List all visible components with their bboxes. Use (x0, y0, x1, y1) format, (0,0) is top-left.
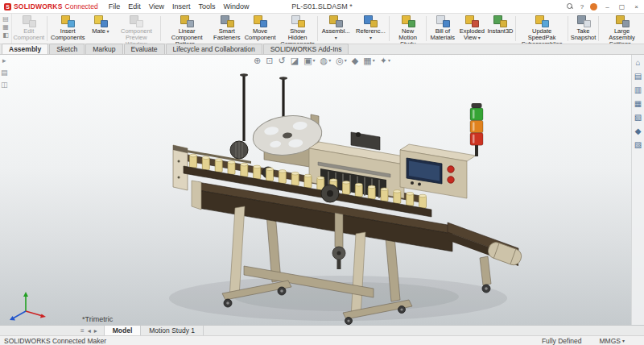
user-avatar[interactable] (590, 3, 597, 10)
menu-window[interactable]: Window (220, 2, 254, 10)
close-button[interactable]: × (633, 3, 640, 10)
bottle-puck (381, 189, 388, 202)
menu-insert[interactable]: Insert (168, 2, 195, 10)
icon-block (542, 20, 549, 27)
featuremanager-strip: ▸▤◫ (1, 56, 8, 89)
graphics-viewport[interactable]: ⊕⊡↺◪▣▾◍▾◎▾◆▦▾✦▾ ⌂▤▥▦▧◆▨ ▸▤◫ *Trimetric (0, 55, 644, 325)
menu-edit[interactable]: Edit (124, 2, 145, 10)
menu-tools[interactable]: Tools (195, 2, 220, 10)
status-definition-state: Fully Defined (542, 337, 582, 345)
ribbon-button-update-speedpak-subassemblies[interactable]: Update SpeedPak Subassemblies (517, 14, 567, 44)
ribbon-button-show-hidden-components[interactable]: Show Hidden Components (279, 14, 316, 44)
view-palette-icon[interactable]: ▧ (634, 113, 642, 122)
ribbon-button-take-snapshot[interactable]: Take Snapshot (569, 14, 597, 44)
display-style-icon[interactable]: ◍▾ (320, 56, 332, 66)
ribbon-side-icon-2[interactable]: ▦ (2, 23, 9, 31)
bottle-puck-top (343, 181, 350, 185)
model-tab-model[interactable]: Model (104, 326, 142, 335)
ribbon-button-exploded-view[interactable]: Exploded View ▾ (458, 14, 486, 44)
tab-solidworks-add-ins[interactable]: SOLIDWORKS Add-Ins (263, 44, 349, 54)
tab-evaluate[interactable]: Evaluate (124, 44, 165, 54)
ribbon-button-show-hidden-components-label: Show Hidden Components (280, 28, 315, 44)
feature-tree-pane-icon[interactable]: ▤ (1, 69, 8, 77)
bottle-puck-top (355, 183, 362, 186)
title-bar: S SOLIDWORKS Connected FileEditViewInser… (0, 0, 644, 14)
zoom-to-fit-icon[interactable]: ⊕ (254, 56, 261, 66)
display-pane-icon[interactable]: ◫ (1, 81, 8, 89)
ribbon-button-move-component[interactable]: Move Component ▾ (242, 14, 279, 44)
ribbon-button-edit-component-icon (22, 15, 36, 27)
menu-view[interactable]: View (145, 2, 168, 10)
section-view-icon[interactable]: ◪ (291, 56, 299, 66)
ribbon-button-new-motion-study-label: New Motion Study (393, 28, 422, 44)
bottle-puck-top (215, 159, 222, 162)
hide-show-items-icon[interactable]: ◎▾ (336, 56, 347, 66)
search-icon[interactable] (567, 3, 574, 10)
ribbon-button-insert-components[interactable]: Insert Components ▾ (48, 14, 88, 44)
ribbon-button-component-preview-window-label: Component Preview Window (116, 28, 157, 44)
bottle-puck-top (241, 163, 248, 166)
featuremanager-toggle-icon[interactable]: ▸ (2, 56, 6, 64)
apply-scene-icon[interactable]: ▦▾ (363, 56, 374, 66)
icon-block (408, 20, 415, 27)
ribbon-button-smart-fasteners[interactable]: Smart Fasteners (212, 14, 242, 44)
resources-icon[interactable]: ▤ (634, 72, 642, 81)
ribbon-button-smart-fasteners-label: Smart Fasteners (213, 28, 240, 41)
model-tab-nav-icon-3[interactable]: ▸ (94, 327, 97, 335)
zoom-to-area-icon[interactable]: ⊡ (266, 56, 273, 66)
ribbon-side-icon-3[interactable]: ◧ (2, 31, 9, 39)
ribbon-button-edit-component-label: Edit Component (13, 28, 44, 41)
bottle-puck (407, 193, 414, 206)
view-orientation-icon[interactable]: ▣▾ (303, 56, 315, 66)
ribbon-button-referenc[interactable]: Referenc... ▾ (353, 14, 388, 44)
help-icon[interactable]: ? (580, 3, 584, 10)
ribbon-button-mate[interactable]: Mate ▾ (88, 14, 114, 44)
appearances-icon[interactable]: ◆ (635, 127, 642, 135)
ribbon-button-referenc-icon (363, 15, 378, 27)
file-explorer-icon[interactable]: ▦ (634, 99, 642, 108)
tab-markup[interactable]: Markup (85, 44, 122, 54)
tab-lifecycle-and-collaboration[interactable]: Lifecycle and Collaboration (166, 44, 262, 54)
view-settings-icon[interactable]: ✦▾ (380, 56, 390, 66)
ribbon-button-linear-component-pattern-label: Linear Component Pattern ▾ (164, 28, 210, 44)
model-tab-nav-icon-2[interactable]: ◂ (88, 327, 91, 335)
bottle-puck (241, 164, 248, 177)
dropdown-arrow-icon: ▾ (622, 338, 625, 343)
model-tab-nav-icon-1[interactable]: ≡ (80, 327, 85, 335)
menu-file[interactable]: File (105, 2, 125, 10)
unit-system-selector[interactable]: MMGS ▾ (600, 337, 625, 345)
icon-block (500, 20, 507, 27)
ribbon-button-bill-of-materials[interactable]: Bill of Materials ▾ (427, 14, 458, 44)
ribbon-button-new-motion-study[interactable]: New Motion Study (390, 14, 424, 44)
ribbon-buttons: Edit ComponentInsert Components ▾Mate ▾C… (12, 14, 644, 44)
ribbon-button-linear-component-pattern[interactable]: Linear Component Pattern ▾ (162, 14, 213, 44)
home-icon[interactable]: ⌂ (635, 58, 640, 67)
model-tab-motion-study-1[interactable]: Motion Study 1 (141, 326, 204, 335)
tab-assembly[interactable]: Assembly (2, 44, 48, 54)
stack-light-segment (470, 108, 483, 120)
ribbon-separator (47, 16, 47, 41)
minimize-button[interactable]: – (604, 3, 610, 10)
design-library-icon[interactable]: ▥ (634, 85, 642, 94)
custom-properties-icon[interactable]: ▨ (634, 140, 642, 149)
bottle-puck (304, 176, 312, 188)
maximize-button[interactable]: ▢ (617, 3, 627, 10)
bottle-puck-top (254, 165, 261, 168)
edit-appearance-icon[interactable]: ◆ (352, 56, 358, 66)
ribbon-button-large-assembly-settings[interactable]: Large Assembly Settings ▾ (600, 14, 644, 44)
ribbon-button-bill-of-materials-icon (436, 15, 450, 27)
ribbon-button-instant3d[interactable]: Instant3D (486, 14, 515, 44)
task-pane-strip: ⌂▤▥▦▧◆▨ (631, 55, 644, 325)
stack-light-segment (470, 120, 483, 132)
tab-sketch[interactable]: Sketch (49, 44, 85, 54)
stack-light-segment (470, 133, 483, 145)
dropdown-arrow-icon: ▾ (388, 56, 390, 66)
model-tab-bar: ≡◂▸ ModelMotion Study 1 (0, 325, 644, 335)
previous-view-icon[interactable]: ↺ (279, 56, 286, 66)
ribbon-side-icon-1[interactable]: ▤ (2, 15, 9, 23)
ribbon-button-assembl[interactable]: Assembl... ▾ (319, 14, 353, 44)
graphics-area[interactable] (0, 55, 644, 325)
exit-conveyor (448, 222, 523, 293)
ribbon-button-take-snapshot-icon (576, 15, 591, 27)
ribbon-separator (515, 16, 516, 41)
